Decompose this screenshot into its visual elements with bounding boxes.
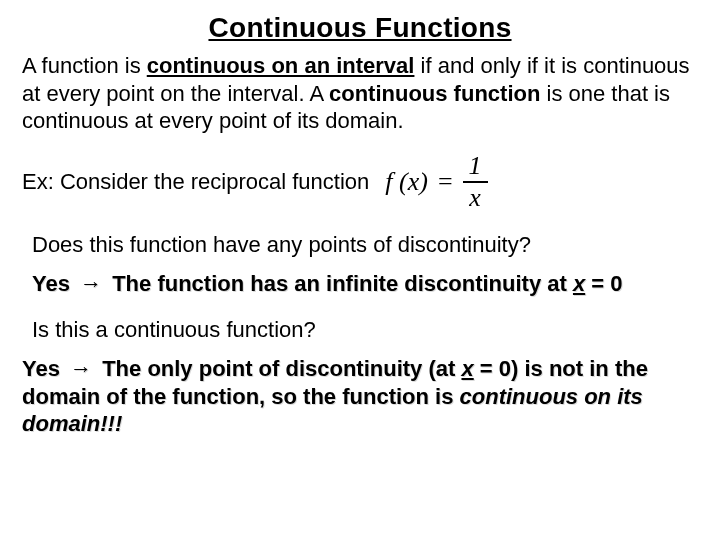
text: The function has an infinite discontinui… — [106, 271, 573, 296]
var-x: x — [573, 271, 585, 296]
answer-2-yes: Yes — [22, 356, 66, 381]
formula-lhs: f (x) — [385, 167, 428, 197]
formula-eq: = — [438, 167, 453, 197]
term-continuous-function: continuous function — [329, 81, 540, 106]
term-interval: continuous on an interval — [147, 53, 415, 78]
page-title: Continuous Functions — [22, 12, 698, 44]
answer-2: Yes → The only point of discontinuity (a… — [22, 355, 698, 438]
var-x: x — [461, 356, 473, 381]
formula: f (x) = 1 x — [379, 153, 487, 211]
arrow-icon: → — [66, 355, 96, 383]
formula-numerator: 1 — [463, 153, 488, 181]
formula-fraction: 1 x — [463, 153, 488, 211]
definition-paragraph: A function is continuous on an interval … — [22, 52, 698, 135]
question-1: Does this function have any points of di… — [32, 231, 698, 259]
example-lead: Ex: Consider the reciprocal function — [22, 168, 369, 196]
question-2: Is this a continuous function? — [32, 316, 698, 344]
text: = 0 — [585, 271, 622, 296]
slide: Continuous Functions A function is conti… — [0, 0, 720, 540]
formula-denominator: x — [463, 183, 487, 211]
example-row: Ex: Consider the reciprocal function f (… — [22, 153, 698, 211]
answer-1-yes: Yes — [32, 271, 76, 296]
arrow-icon: → — [76, 270, 106, 298]
answer-1: Yes → The function has an infinite disco… — [32, 270, 698, 298]
text: A function is — [22, 53, 147, 78]
text: The only point of discontinuity (at — [96, 356, 461, 381]
